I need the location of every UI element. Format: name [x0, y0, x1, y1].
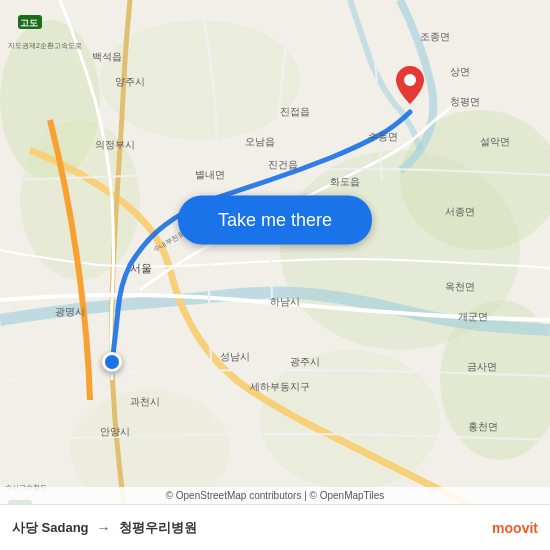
origin-marker	[102, 352, 122, 372]
destination-label: 청평우리병원	[119, 519, 197, 537]
svg-point-43	[404, 74, 416, 86]
svg-text:광주시: 광주시	[290, 356, 320, 367]
svg-text:홍천면: 홍천면	[468, 421, 498, 432]
arrow-icon: →	[97, 520, 111, 536]
svg-text:상면: 상면	[450, 66, 470, 77]
svg-text:세하부동지구: 세하부동지구	[250, 381, 310, 392]
attribution-bar: © OpenStreetMap contributors | © OpenMap…	[0, 487, 550, 504]
svg-text:수동면: 수동면	[368, 131, 398, 142]
svg-text:금사면: 금사면	[467, 361, 497, 372]
svg-text:하남시: 하남시	[270, 296, 300, 307]
svg-text:광명시: 광명시	[55, 306, 85, 317]
svg-text:별내면: 별내면	[195, 169, 225, 180]
svg-text:과천시: 과천시	[130, 396, 160, 407]
svg-text:고도: 고도	[20, 18, 38, 28]
svg-text:백석읍: 백석읍	[92, 51, 122, 62]
svg-text:옥천면: 옥천면	[445, 281, 475, 292]
moovit-logo: moovit	[492, 520, 538, 536]
svg-text:진건읍: 진건읍	[268, 159, 298, 170]
svg-text:의정부시: 의정부시	[95, 139, 135, 150]
svg-text:오남읍: 오남읍	[245, 136, 275, 147]
svg-text:지도권제2순환고속도로: 지도권제2순환고속도로	[8, 42, 82, 50]
origin-label: 사당 Sadang	[12, 519, 89, 537]
svg-text:설악면: 설악면	[480, 136, 510, 147]
take-me-there-button[interactable]: Take me there	[178, 196, 372, 245]
svg-text:청평면: 청평면	[450, 96, 480, 107]
svg-text:화도읍: 화도읍	[330, 176, 360, 187]
svg-text:양주시: 양주시	[115, 76, 145, 87]
map-svg: 양주시 의정부시 남양주시 하남시 성남시 과천시 광주시 서울 조종면 상면 …	[0, 0, 550, 550]
attribution-text: © OpenStreetMap contributors | © OpenMap…	[166, 490, 385, 501]
destination-marker	[396, 66, 424, 108]
svg-text:성남시: 성남시	[220, 351, 250, 362]
svg-text:안양시: 안양시	[100, 426, 130, 437]
svg-text:서종면: 서종면	[445, 206, 475, 217]
bottom-bar: 사당 Sadang → 청평우리병원 moovit	[0, 504, 550, 550]
svg-text:진접읍: 진접읍	[280, 106, 310, 117]
svg-text:서울: 서울	[130, 262, 152, 274]
map-container: 양주시 의정부시 남양주시 하남시 성남시 과천시 광주시 서울 조종면 상면 …	[0, 0, 550, 550]
moovit-logo-text: moovit	[492, 520, 538, 536]
svg-text:조종면: 조종면	[420, 31, 450, 42]
svg-text:개군면: 개군면	[458, 311, 488, 322]
